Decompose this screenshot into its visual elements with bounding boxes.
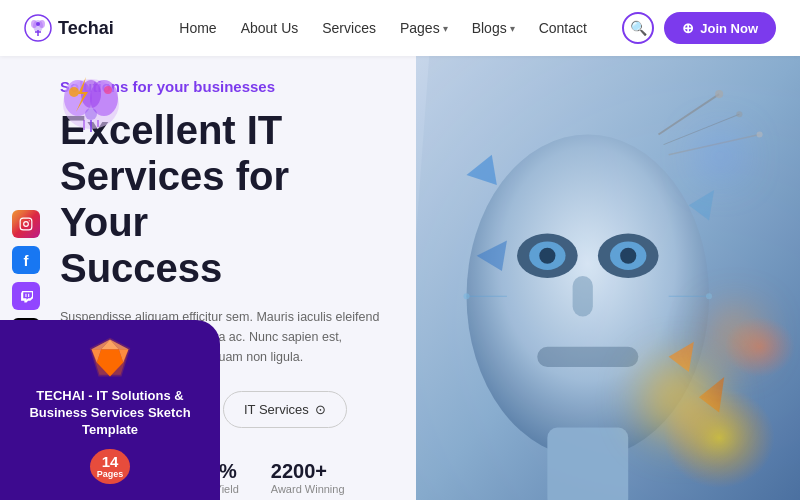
logo-icon xyxy=(24,14,52,42)
search-icon: 🔍 xyxy=(630,20,647,36)
svg-point-17 xyxy=(104,86,112,94)
svg-rect-10 xyxy=(25,293,26,296)
svg-point-16 xyxy=(69,87,79,97)
svg-point-49 xyxy=(706,293,712,299)
svg-point-8 xyxy=(24,222,29,227)
ai-face-svg xyxy=(416,56,800,500)
sketch-logo-icon xyxy=(85,336,135,380)
overlay-title: TECHAI - IT Solutions & Business Service… xyxy=(16,388,204,439)
pages-badge: 14 Pages xyxy=(90,449,130,484)
nav-home[interactable]: Home xyxy=(179,20,216,36)
logo[interactable]: Techai xyxy=(24,14,144,42)
nav-contact[interactable]: Contact xyxy=(539,20,587,36)
circle-icon: ⊙ xyxy=(315,402,326,417)
overlay-card: TECHAI - IT Solutions & Business Service… xyxy=(0,320,220,500)
svg-rect-31 xyxy=(573,276,593,316)
svg-point-48 xyxy=(463,293,469,299)
svg-point-4 xyxy=(36,22,40,26)
nav-blogs[interactable]: Blogs ▾ xyxy=(472,20,515,36)
facebook-icon: f xyxy=(24,252,29,269)
search-button[interactable]: 🔍 xyxy=(622,12,654,44)
navbar: Techai Home About Us Services Pages ▾ Bl… xyxy=(0,0,800,56)
nav-actions: 🔍 ⊕ Join Now xyxy=(622,12,776,44)
hero-image xyxy=(416,56,800,500)
join-icon: ⊕ xyxy=(682,20,694,36)
svg-point-18 xyxy=(85,108,97,120)
svg-point-37 xyxy=(757,131,763,137)
social-twitch[interactable] xyxy=(12,282,40,310)
nav-pages[interactable]: Pages ▾ xyxy=(400,20,448,36)
svg-point-38 xyxy=(736,111,742,117)
join-button[interactable]: ⊕ Join Now xyxy=(664,12,776,44)
glow-yellow xyxy=(640,360,720,440)
pages-chevron-icon: ▾ xyxy=(443,23,448,34)
svg-rect-7 xyxy=(20,218,32,230)
svg-point-30 xyxy=(620,248,636,264)
blogs-chevron-icon: ▾ xyxy=(510,23,515,34)
it-services-button[interactable]: IT Services ⊙ xyxy=(223,391,347,428)
svg-point-29 xyxy=(539,248,555,264)
nav-about[interactable]: About Us xyxy=(241,20,299,36)
brain-icon-hero xyxy=(56,72,126,137)
social-instagram[interactable] xyxy=(12,210,40,238)
svg-point-36 xyxy=(715,90,723,98)
stat-awards: 2200+ Award Winning xyxy=(271,460,345,495)
svg-point-9 xyxy=(29,220,30,221)
logo-text: Techai xyxy=(58,18,114,39)
nav-links: Home About Us Services Pages ▾ Blogs ▾ C… xyxy=(144,20,622,36)
glow-orange xyxy=(710,310,760,360)
svg-rect-11 xyxy=(28,293,29,296)
social-facebook[interactable]: f xyxy=(12,246,40,274)
svg-rect-24 xyxy=(547,428,628,500)
nav-services[interactable]: Services xyxy=(322,20,376,36)
svg-rect-32 xyxy=(537,347,638,367)
glow-blue xyxy=(700,136,740,176)
